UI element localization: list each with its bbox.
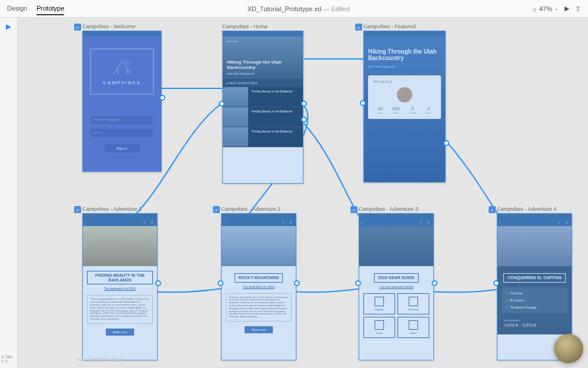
artboard-adv2[interactable]: Campvibes - Adventure 2 ⌂ ‹⌕⇧ ROCKY MOUN… xyxy=(221,206,296,360)
wire-node[interactable] xyxy=(301,117,307,122)
home-icon[interactable]: ⌂ xyxy=(350,206,358,213)
wire-node[interactable] xyxy=(294,280,300,286)
toolbar-right: ⌕ 47% ⌄ ▶ ⇧ xyxy=(533,5,581,13)
wire-node[interactable] xyxy=(432,280,437,286)
svg-point-0 xyxy=(126,61,130,64)
password-field[interactable]: •••••••• xyxy=(91,129,153,137)
topography-card: TOPOGRAPHY 7,573 ft 3,573 ft xyxy=(502,317,567,330)
article-title: CONQUERING EL CAPITAN xyxy=(503,273,566,283)
wire-node[interactable] xyxy=(443,140,449,146)
trip-card: TRIP DETAILS 10Days 180Miles 5Camps 2Bea… xyxy=(368,75,441,119)
list-item[interactable]: Finding Beauty in the Badlands xyxy=(222,87,303,107)
email-field[interactable]: Alisha.Prototype.de xyxy=(91,116,153,124)
wire-node[interactable] xyxy=(360,100,366,106)
search-icon: ⌕ xyxy=(533,5,537,12)
read-more-button[interactable]: Read more xyxy=(245,326,273,333)
back-icon[interactable]: ‹ xyxy=(85,220,89,225)
section-header: LATEST ADVENTURES xyxy=(222,79,303,87)
wire-node[interactable] xyxy=(219,101,225,107)
search-icon[interactable]: ⌕ xyxy=(143,220,148,225)
artboard-welcome[interactable]: Campvibes - Welcome ⌂ CAMPVIBES Alisha.P… xyxy=(82,24,162,172)
gear-cell[interactable]: Sport xyxy=(397,317,429,338)
mode-tabs: Design Prototype xyxy=(7,2,64,15)
article-body: There are days which occur in this clima… xyxy=(226,293,292,321)
author: with Talia Wadsworth xyxy=(368,65,441,68)
artboard-label: Campvibes - Adventure 3 xyxy=(359,206,434,212)
artboard-adv1[interactable]: Campvibes - Adventure 1 ⌂ ‹⌕⇧ FINDING BE… xyxy=(82,206,158,360)
wire-node[interactable] xyxy=(301,101,307,107)
artboard-adv3[interactable]: Campvibes - Adventure 3 ⌂ ‹⌕⇧ 2016 GEAR … xyxy=(359,206,434,360)
gear-cell[interactable]: Outerwear xyxy=(397,293,429,314)
coordinates-readout: X 704 Y 3 xyxy=(1,355,12,363)
share-icon[interactable]: ⇧ xyxy=(289,220,294,225)
share-icon[interactable]: ⇧ xyxy=(151,220,155,225)
zoom-control[interactable]: ⌕ 47% ⌄ xyxy=(533,5,559,12)
article-title: 2016 GEAR GUIDE xyxy=(374,273,419,283)
route-item[interactable]: El Corazon xyxy=(504,297,565,304)
artboard-featured[interactable]: Campvibes - Featured ⌂ Hiking Through th… xyxy=(363,24,446,183)
logo: CAMPVIBES xyxy=(90,48,154,95)
artboard-label: Campvibes - Adventure 4 xyxy=(497,206,572,212)
brand-text: CAMPVIBES xyxy=(103,80,141,85)
top-bar: Design Prototype XD_Tutorial_Prototype.x… xyxy=(0,0,588,18)
cursor-tool-icon[interactable]: ▶ xyxy=(0,22,17,31)
home-icon[interactable]: ⌂ xyxy=(74,206,81,213)
artboard-label: Campvibes - Welcome xyxy=(82,24,162,29)
signin-button[interactable]: Sign in xyxy=(105,144,140,152)
featured-title: Hiking Through the Utah Backcountry xyxy=(368,48,441,61)
artboard-home[interactable]: Campvibes - Home FEATURED Hiking Through… xyxy=(222,24,303,184)
article-title: FINDING BEAUTY IN THE BADLANDS xyxy=(87,271,153,284)
status-bar xyxy=(82,31,162,37)
zoom-value: 47% xyxy=(539,5,552,12)
artboard-label: Campvibes - Featured xyxy=(363,24,446,29)
hero-image: FEATURED Hiking Through the Utah Backcou… xyxy=(222,37,303,79)
article-title: ROCKY MOUNTAINS xyxy=(235,273,283,283)
home-icon[interactable]: ⌂ xyxy=(489,206,496,213)
article-sub: Top destination for 2016 xyxy=(87,287,153,290)
read-more-button[interactable]: Read more xyxy=(106,329,135,336)
tab-design[interactable]: Design xyxy=(7,2,27,15)
avatar xyxy=(397,87,412,102)
document-title: XD_Tutorial_Prototype.xd — Edited xyxy=(64,5,533,12)
list-item[interactable]: Finding Beauty in the Badlands xyxy=(222,107,303,127)
share-icon[interactable]: ⇧ xyxy=(427,220,432,225)
artboard-label: Campvibes - Home xyxy=(222,24,303,29)
back-icon[interactable]: ‹ xyxy=(223,220,228,225)
route-item[interactable]: The Nose xyxy=(504,290,565,297)
back-icon[interactable]: ‹ xyxy=(499,220,504,225)
search-icon[interactable]: ⌕ xyxy=(558,220,563,225)
watermark-text: our Desired App xyxy=(76,355,123,362)
back-icon[interactable]: ‹ xyxy=(361,220,366,225)
wire-node[interactable] xyxy=(355,280,361,286)
gear-cell[interactable]: Tents xyxy=(363,317,395,338)
home-icon[interactable]: ⌂ xyxy=(355,24,362,31)
left-toolbar: ▶ xyxy=(0,18,18,368)
article-body: There are days which occur in this clima… xyxy=(87,295,153,323)
artboard-label: Campvibes - Adventure 1 xyxy=(82,206,158,212)
nav-bar: ‹⌕⇧ xyxy=(82,219,158,226)
profile-bubble[interactable] xyxy=(554,334,583,363)
artboard-label: Campvibes - Adventure 2 xyxy=(221,206,296,212)
wire-node[interactable] xyxy=(159,95,165,101)
search-icon[interactable]: ⌕ xyxy=(282,220,287,225)
share-icon[interactable]: ⇧ xyxy=(565,220,570,225)
chevron-down-icon: ⌄ xyxy=(554,6,559,11)
article-sub: Your own personal sherpa xyxy=(363,285,429,289)
tab-prototype[interactable]: Prototype xyxy=(36,2,64,15)
article-sub: Top destination for 2016 xyxy=(226,285,292,289)
gear-cell[interactable]: Supplies xyxy=(363,293,395,314)
home-icon[interactable]: ⌂ xyxy=(213,206,220,213)
share-icon[interactable]: ⇧ xyxy=(575,5,581,13)
search-icon[interactable]: ⌕ xyxy=(420,220,425,225)
routes-list: The Nose El Corazon The Secret Passage xyxy=(502,287,567,313)
play-icon[interactable]: ▶ xyxy=(564,5,569,12)
wire-node[interactable] xyxy=(493,280,499,286)
wire-node[interactable] xyxy=(155,280,161,286)
route-item[interactable]: The Secret Passage xyxy=(504,304,565,311)
home-icon[interactable]: ⌂ xyxy=(74,24,81,31)
list-item[interactable]: Finding Beauty in the Badlands xyxy=(222,127,303,147)
canvas[interactable]: ▶ Campvibes - Welcome ⌂ CAMPVIBES Alisha… xyxy=(0,18,588,368)
wire-node[interactable] xyxy=(218,280,223,286)
